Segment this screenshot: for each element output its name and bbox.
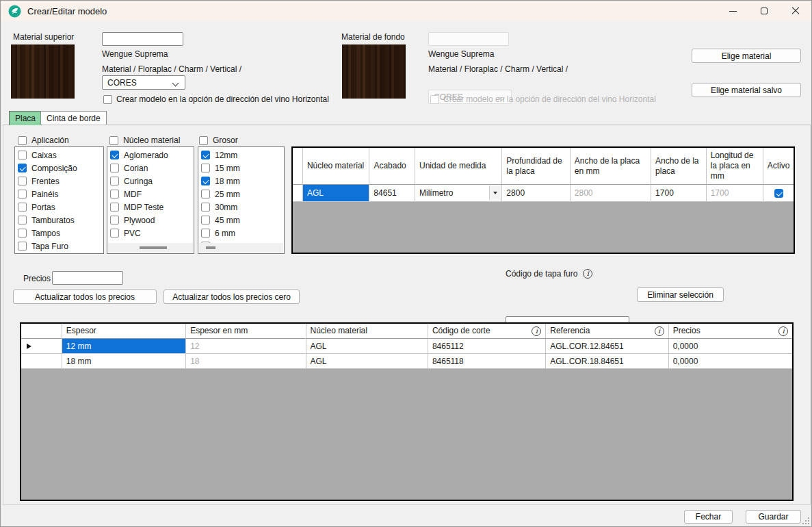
list-item-portas[interactable]: Portas bbox=[15, 201, 103, 214]
minimize-button[interactable] bbox=[717, 1, 748, 21]
cell-acabado[interactable]: 84651 bbox=[369, 185, 415, 202]
list-item-curinga[interactable]: Curinga bbox=[107, 175, 194, 188]
cell-longitud-en-mm[interactable]: 1700 bbox=[707, 185, 764, 202]
aplicacion-header-checkbox[interactable]: Aplicación bbox=[18, 136, 69, 145]
fechar-button[interactable]: Fechar bbox=[684, 510, 733, 524]
col-header-precios[interactable]: Precios bbox=[669, 324, 792, 339]
col-header-ancho[interactable]: Ancho de la placa bbox=[651, 148, 707, 185]
list-item-plywood[interactable]: Plywood bbox=[107, 214, 194, 227]
guardar-button[interactable]: Guardar bbox=[746, 510, 801, 524]
maximize-button[interactable] bbox=[748, 1, 780, 21]
cell-nucleo-material[interactable]: AGL bbox=[303, 185, 369, 202]
list-item-tampos[interactable]: Tampos bbox=[15, 227, 103, 240]
resize-grip[interactable] bbox=[801, 516, 809, 524]
col-header-acabado[interactable]: Acabado bbox=[369, 148, 415, 185]
info-icon[interactable] bbox=[778, 326, 788, 336]
cell-unidad-de-medida[interactable]: Milímetro bbox=[415, 185, 502, 202]
eliminar-seleccion-button[interactable]: Eliminar selección bbox=[637, 287, 724, 302]
cell-codigo[interactable]: 8465118 bbox=[428, 354, 546, 369]
close-icon bbox=[791, 7, 800, 15]
checkbox-icon bbox=[103, 95, 112, 104]
info-icon[interactable] bbox=[655, 326, 664, 336]
cell-activo[interactable] bbox=[763, 185, 794, 202]
tab-cinta-de-borde[interactable]: Cinta de borde bbox=[40, 111, 107, 125]
list-item-15mm[interactable]: 15 mm bbox=[198, 162, 284, 175]
list-item-tamburatos[interactable]: Tamburatos bbox=[15, 214, 103, 227]
horizontal-scrollbar[interactable] bbox=[108, 243, 193, 253]
actualizar-precios-cero-button[interactable]: Actualizar todos los precios cero bbox=[163, 290, 300, 304]
horizontal-scrollbar[interactable] bbox=[199, 243, 283, 253]
cell-espesor-mm[interactable]: 12 bbox=[186, 339, 306, 354]
row-header-cell[interactable] bbox=[21, 339, 62, 354]
col-header-longitud-en-mm[interactable]: Longitud de la placa en mm bbox=[707, 148, 764, 185]
checkbox-icon bbox=[201, 177, 210, 185]
actualizar-precios-button[interactable]: Actualizar todos los precios bbox=[13, 290, 157, 304]
cell-ancho[interactable]: 1700 bbox=[651, 185, 707, 202]
list-item-18mm[interactable]: 18 mm bbox=[198, 175, 284, 188]
plate-grid-row: AGL 84651 Milímetro 2800 2800 1700 1700 bbox=[293, 185, 794, 202]
col-header-nucleo-material[interactable]: Núcleo material bbox=[306, 324, 428, 339]
nucleo-material-header-checkbox[interactable]: Núcleo material bbox=[109, 136, 180, 145]
list-item-composicao[interactable]: Composição bbox=[15, 162, 103, 175]
col-header-espesor[interactable]: Espesor bbox=[62, 324, 186, 339]
list-item-frentes[interactable]: Frentes bbox=[15, 175, 103, 188]
cell-referencia[interactable]: AGL.COR.18.84651 bbox=[546, 354, 668, 369]
info-icon[interactable] bbox=[583, 269, 592, 279]
list-item-tapa-furo[interactable]: Tapa Furo bbox=[15, 240, 103, 253]
list-item-6mm[interactable]: 6 mm bbox=[198, 227, 284, 240]
list-item-30mm[interactable]: 30mm bbox=[198, 201, 284, 214]
tab-placa[interactable]: Placa bbox=[9, 111, 42, 125]
elige-material-button[interactable]: Elige material bbox=[692, 49, 801, 63]
col-header-ancho-en-mm[interactable]: Ancho de la placa en mm bbox=[571, 148, 651, 185]
precios-input[interactable] bbox=[52, 271, 123, 285]
list-item-caixas[interactable]: Caixas bbox=[15, 149, 103, 162]
list-item-12mm[interactable]: 12mm bbox=[198, 149, 284, 162]
list-item-aglomerado[interactable]: Aglomerado bbox=[107, 149, 194, 162]
material-superior-name-input[interactable] bbox=[102, 32, 183, 46]
cell-ancho-en-mm[interactable]: 2800 bbox=[571, 185, 651, 202]
list-item-mdp-teste[interactable]: MDP Teste bbox=[107, 201, 194, 214]
info-icon[interactable] bbox=[532, 326, 541, 336]
list-item-pvc[interactable]: PVC bbox=[107, 227, 194, 240]
list-item-label: Painéis bbox=[31, 190, 58, 199]
cell-nucleo[interactable]: AGL bbox=[306, 354, 428, 369]
col-header-unidad-de-medida[interactable]: Unidad de medida bbox=[415, 148, 502, 185]
close-button[interactable] bbox=[780, 1, 811, 21]
list-item-paineis[interactable]: Painéis bbox=[15, 188, 103, 201]
material-fondo-swatch[interactable] bbox=[342, 44, 406, 99]
material-superior-cores-select[interactable]: CORES bbox=[102, 75, 185, 90]
scrollbar-thumb[interactable] bbox=[140, 246, 167, 249]
grosor-header-checkbox[interactable]: Grosor bbox=[199, 136, 238, 145]
col-header-activo[interactable]: Activo bbox=[763, 148, 794, 185]
cell-nucleo[interactable]: AGL bbox=[306, 339, 428, 354]
list-item-mdf[interactable]: MDF bbox=[107, 188, 194, 201]
row-header-cell[interactable] bbox=[21, 354, 62, 369]
list-item-45mm[interactable]: 45 mm bbox=[198, 214, 284, 227]
col-header-profundidad[interactable]: Profundidad de la placa bbox=[502, 148, 570, 185]
cell-profundidad[interactable]: 2800 bbox=[502, 185, 570, 202]
list-item-label: Caixas bbox=[31, 151, 57, 160]
cell-referencia[interactable]: AGL.COR.12.84651 bbox=[546, 339, 668, 354]
list-item-label: 25 mm bbox=[215, 190, 240, 199]
cell-precios[interactable]: 0,0000 bbox=[669, 354, 792, 369]
col-header-nucleo-material[interactable]: Núcleo material bbox=[303, 148, 369, 185]
col-header-codigo-de-corte[interactable]: Código de corte bbox=[428, 324, 546, 339]
actualizar-precios-cero-label: Actualizar todos los precios cero bbox=[172, 292, 291, 302]
grid-corner-cell bbox=[21, 324, 62, 339]
material-superior-swatch[interactable] bbox=[11, 44, 75, 99]
scrollbar-thumb[interactable] bbox=[206, 246, 215, 249]
cell-precios[interactable]: 0,0000 bbox=[669, 339, 792, 354]
list-item-corian[interactable]: Corian bbox=[107, 162, 194, 175]
elige-material-salvo-button[interactable]: Elige material salvo bbox=[692, 83, 801, 97]
cell-codigo[interactable]: 8465112 bbox=[428, 339, 546, 354]
material-superior-horizontal-checkbox[interactable]: Crear modelo en la opción de dirección d… bbox=[103, 94, 329, 104]
col-header-referencia[interactable]: Referencia bbox=[546, 324, 668, 339]
combo-dropdown-button[interactable] bbox=[489, 185, 501, 201]
row-header-cell[interactable] bbox=[293, 185, 303, 202]
col-header-espesor-mm[interactable]: Espesor en mm bbox=[186, 324, 306, 339]
list-item-25mm[interactable]: 25 mm bbox=[198, 188, 284, 201]
cell-espesor-mm[interactable]: 18 bbox=[186, 354, 306, 369]
cell-espesor[interactable]: 18 mm bbox=[62, 354, 186, 369]
cell-espesor[interactable]: 12 mm bbox=[62, 339, 186, 354]
list-item-label: MDF bbox=[124, 190, 142, 199]
